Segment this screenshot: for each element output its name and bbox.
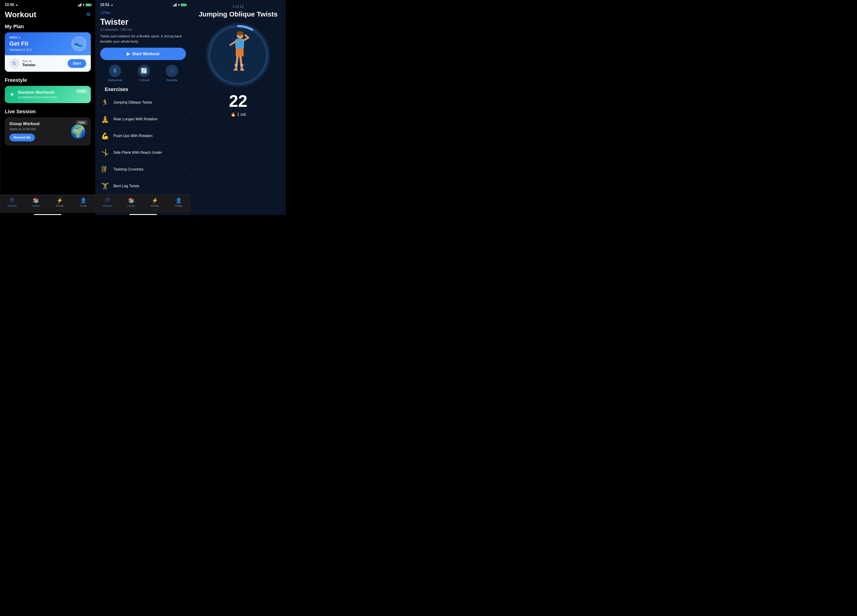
circuit-label: 1 Circuit (139, 79, 150, 82)
live-session-title: Group Workout (9, 122, 40, 126)
tab-profile[interactable]: 👤 Profile (71, 197, 95, 208)
exercises-section-title: Exercises (100, 86, 186, 93)
location-arrow-1: ▲ (15, 3, 18, 6)
tab2-activity-label: Activity (151, 204, 159, 207)
screen1-scroll: Workout My Plan WEEK 1 Get Fit Workout 2… (0, 8, 95, 195)
svg-rect-5 (236, 49, 244, 57)
tab-bar-1: ⏱ Workout 📚 Library ⚡ Activity 👤 Profile (0, 195, 95, 213)
plan-card[interactable]: WEEK 1 Get Fit Workout 2 of 2 👟 ↻ Next u… (5, 32, 91, 72)
tab2-workout-icon: ⏱ (105, 198, 110, 204)
flame-icon: 🔥 (230, 112, 236, 117)
chevron-icon-4: › (185, 167, 186, 171)
calories-display: 1 cal (237, 112, 246, 117)
workout-meta: 12 exercises, 7:50 min (100, 28, 186, 31)
start-workout-button[interactable]: ▶ Start Workout (100, 48, 186, 60)
exercise-item-1[interactable]: 🧘 Rear Lunges With Rotation › (96, 111, 191, 128)
live-free-badge: FREE (76, 120, 87, 125)
exercise-figure-display (206, 23, 270, 87)
exercise-figure-3: 🤸 (100, 148, 110, 157)
settings-button[interactable]: ⚙ (86, 11, 91, 17)
exercise-item-5[interactable]: 🏋 Bent Leg Twists › (96, 178, 191, 195)
svg-point-12 (240, 69, 244, 71)
circuit-option[interactable]: 🔄 1 Circuit (138, 65, 150, 82)
workout-tab-label: Workout (7, 204, 17, 207)
tab-bar-2: ⏱ Workout 📚 Library ⚡ Activity 👤 Profile (96, 195, 191, 213)
live-session-section-title: Live Session (5, 109, 91, 114)
tab2-profile-label: Profile (175, 204, 182, 207)
screen-workout: 10:50 ▲ ▾ ⚙ Workout My Plan WEEK 1 Get F… (0, 0, 96, 215)
status-bar-2: 10:51 ▲ ▾ (96, 0, 191, 8)
plan-info: WEEK 1 Get Fit Workout 2 of 2 (9, 36, 32, 52)
svg-line-10 (240, 56, 242, 68)
next-up-left: ↻ Next up Twister (9, 59, 36, 68)
svg-point-11 (234, 69, 238, 71)
wifi-icon-2: ▾ (178, 3, 179, 7)
plan-card-top: WEEK 1 Get Fit Workout 2 of 2 👟 (5, 32, 91, 55)
profile-tab-label: Profile (80, 204, 87, 207)
time-2: 10:51 (100, 3, 110, 7)
chevron-icon-0: › (185, 100, 186, 105)
exercise-name-2: Push-Ups With Rotation (113, 134, 182, 138)
home-indicator-2 (129, 214, 157, 215)
my-plan-section-title: My Plan (5, 23, 91, 29)
live-session-time: Starts at 11:00 AM (9, 127, 40, 131)
exercise-counter: 1 of 12 (232, 5, 244, 9)
live-session-info: Group Workout Starts at 11:00 AM Remind … (9, 122, 40, 141)
globe-icon: 🌍 (70, 124, 86, 139)
freestyle-name: Random Workouts (18, 90, 86, 95)
page-title: Workout (5, 10, 91, 19)
exercise-name-0: Jumping Oblique Twists (113, 100, 182, 105)
tab2-library-label: Library (127, 204, 135, 207)
exercise-item-4[interactable]: 🧗 Twisting Crunches › (96, 161, 191, 178)
tab2-library[interactable]: 📚 Library (119, 197, 143, 208)
tab2-activity[interactable]: ⚡ Activity (143, 197, 167, 208)
back-to-plan-button[interactable]: ‹ Plan (100, 10, 186, 15)
exercise-active-content: 1 of 12 Jumping Oblique Twists (190, 0, 286, 215)
circuit-icon-circle: 🔄 (138, 65, 150, 77)
exercise-figure-4: 🧗 (100, 164, 110, 174)
exercise-item-0[interactable]: 🏃 Jumping Oblique Twists › (96, 94, 191, 111)
workout-detail-title: Twister (100, 17, 186, 27)
announcer-label: Announcer (108, 79, 122, 82)
svg-rect-14 (241, 64, 244, 66)
plan-name: Get Fit (9, 40, 32, 47)
tab2-profile[interactable]: 👤 Profile (167, 197, 191, 208)
exercise-name-3: Side Plank With Reach Under (113, 151, 182, 155)
play-icon: ▶ (127, 51, 130, 56)
library-tab-icon: 📚 (33, 198, 39, 204)
chevron-icon-3: › (185, 151, 186, 155)
signal-bars-1 (78, 3, 81, 6)
screen2-header: ‹ Plan Twister 12 exercises, 7:50 min Tw… (96, 8, 191, 94)
workout-options-row: 🎙 Announcer 🔄 1 Circuit ♡ Favorite (100, 65, 186, 82)
announcer-option[interactable]: 🎙 Announcer (108, 65, 122, 82)
remind-me-button[interactable]: Remind Me (9, 134, 35, 141)
activity-tab-icon: ⚡ (57, 198, 63, 204)
tab2-workout-label: Workout (103, 204, 112, 207)
favorite-option[interactable]: ♡ Favorite (166, 65, 178, 82)
tab-library[interactable]: 📚 Library (24, 197, 48, 208)
exercise-animation (220, 30, 257, 80)
exercise-list: 🏃 Jumping Oblique Twists › 🧘 Rear Lunges… (96, 94, 191, 195)
activity-tab-label: Activity (56, 204, 64, 207)
battery-icon-2 (181, 4, 186, 6)
battery-icon-1 (86, 4, 91, 6)
svg-rect-13 (235, 64, 238, 66)
calories-row: 🔥 1 cal (230, 112, 246, 117)
tab2-workout[interactable]: ⏱ Workout (96, 197, 119, 208)
svg-line-8 (245, 35, 248, 38)
exercise-circle (206, 23, 270, 87)
freestyle-section-title: Freestyle (5, 77, 91, 83)
favorite-label: Favorite (167, 79, 178, 82)
exercise-item-2[interactable]: 💪 Push-Ups With Rotation › (96, 128, 191, 144)
svg-line-9 (236, 56, 237, 68)
exercise-item-3[interactable]: 🤸 Side Plank With Reach Under › (96, 144, 191, 161)
plan-start-button[interactable]: Start (68, 59, 86, 68)
tab-activity[interactable]: ⚡ Activity (48, 197, 71, 208)
tab-workout[interactable]: ⏱ Workout (0, 197, 24, 208)
library-tab-label: Library (32, 204, 40, 207)
freestyle-card[interactable]: ✦ Random Workouts Something fresh every … (5, 86, 91, 103)
exercise-figure-0: 🏃 (100, 97, 110, 108)
shoe-icon: 👟 (71, 36, 86, 51)
next-up-info: Next up Twister (22, 60, 36, 67)
random-workouts-icon: ✦ (9, 91, 15, 98)
